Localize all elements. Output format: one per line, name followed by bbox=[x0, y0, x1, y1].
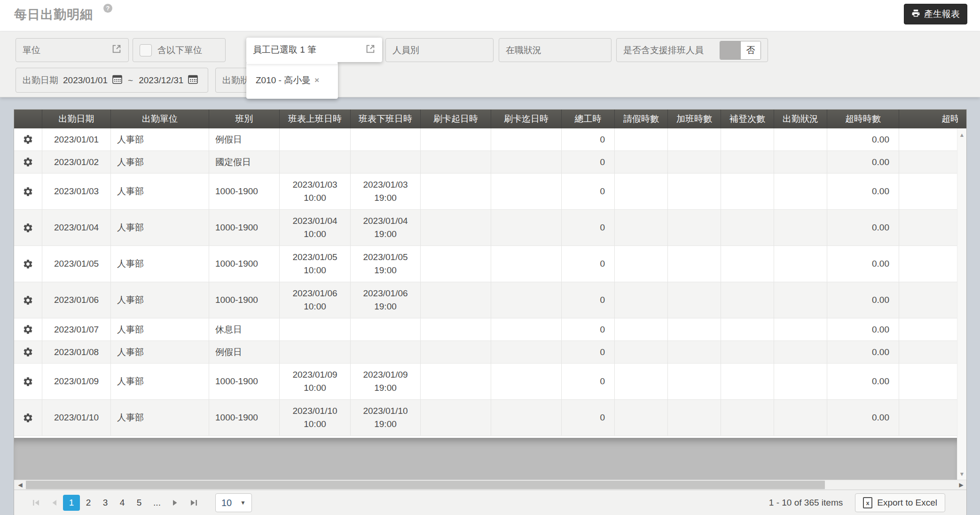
page-button[interactable]: 4 bbox=[114, 495, 131, 511]
date-to-value[interactable]: 2023/12/31 bbox=[139, 75, 183, 86]
horizontal-scroll-thumb[interactable] bbox=[26, 481, 825, 489]
cell-shift: 1000-1900 bbox=[209, 282, 280, 318]
export-to-excel-button[interactable]: x Export to Excel bbox=[855, 493, 945, 512]
cell-extra bbox=[899, 174, 957, 209]
column-header-label: 出勤單位 bbox=[142, 113, 178, 125]
row-settings-gear-icon[interactable] bbox=[14, 412, 42, 423]
column-header-13[interactable]: 超時時數 bbox=[827, 110, 899, 128]
employment-status-label: 在職狀況 bbox=[506, 44, 541, 56]
column-header-11[interactable]: 補登次數 bbox=[721, 110, 774, 128]
cell-schedule-in bbox=[280, 151, 351, 173]
row-settings-gear-icon[interactable] bbox=[14, 186, 42, 197]
row-settings-gear-icon[interactable] bbox=[14, 222, 42, 233]
cell-date: 2023/01/05 bbox=[42, 246, 111, 282]
row-settings-gear-icon[interactable] bbox=[14, 259, 42, 269]
table-row: 2023/01/04人事部1000-19002023/01/0410:00202… bbox=[14, 210, 957, 246]
cell-unit: 人事部 bbox=[111, 400, 209, 436]
date-from-value[interactable]: 2023/01/01 bbox=[63, 75, 108, 86]
scroll-down-arrow-icon[interactable]: ▼ bbox=[957, 469, 966, 479]
cell-punch-out bbox=[491, 128, 562, 151]
page-button-active[interactable]: 1 bbox=[63, 495, 80, 511]
cell-attendance-status bbox=[774, 400, 827, 436]
cell-punch-in bbox=[421, 364, 491, 399]
vertical-scrollbar[interactable]: ▲ ▼ bbox=[957, 128, 966, 480]
attendance-date-label: 出勤日期 bbox=[23, 74, 58, 87]
column-header-14[interactable]: 超時 bbox=[899, 110, 966, 128]
generate-report-button[interactable]: 產生報表 bbox=[904, 4, 967, 24]
more-pages-button[interactable]: ... bbox=[148, 498, 166, 508]
page-size-dropdown[interactable]: 10 ▼ bbox=[215, 493, 252, 512]
page-button[interactable]: 3 bbox=[97, 495, 114, 511]
row-settings-gear-icon[interactable] bbox=[14, 324, 42, 335]
column-header-4[interactable]: 班表上班日時 bbox=[280, 110, 351, 128]
cell-punch-out bbox=[491, 400, 562, 436]
scroll-right-arrow-icon[interactable]: ▶ bbox=[956, 480, 966, 490]
help-icon[interactable]: ? bbox=[103, 4, 112, 13]
grid-empty-filler bbox=[14, 438, 957, 480]
next-page-button[interactable] bbox=[166, 495, 184, 511]
column-header-2[interactable]: 出勤單位 bbox=[111, 110, 209, 128]
export-to-excel-label: Export to Excel bbox=[877, 498, 937, 508]
page-button[interactable]: 5 bbox=[131, 495, 148, 511]
column-header-5[interactable]: 班表下班日時 bbox=[351, 110, 421, 128]
previous-page-button[interactable] bbox=[45, 495, 63, 511]
cell-total-hours: 0 bbox=[562, 282, 615, 318]
row-settings-gear-icon[interactable] bbox=[14, 295, 42, 306]
page-button[interactable]: 2 bbox=[80, 495, 97, 511]
table-row: 2023/01/03人事部1000-19002023/01/0310:00202… bbox=[14, 174, 957, 210]
grid-body: 2023/01/01人事部例假日00.002023/01/02人事部國定假日00… bbox=[14, 128, 957, 436]
column-header-label: 班表上班日時 bbox=[288, 113, 342, 125]
row-settings-gear-icon[interactable] bbox=[14, 157, 42, 167]
cell-extra bbox=[899, 128, 957, 151]
cell-makeup-count bbox=[721, 282, 774, 318]
person-type-filter[interactable]: 人員別 bbox=[385, 38, 494, 62]
calendar-icon-from[interactable] bbox=[112, 74, 122, 87]
employee-picker-icon[interactable] bbox=[365, 44, 376, 56]
unit-filter[interactable]: 單位 bbox=[16, 38, 129, 62]
include-sub-units-checkbox[interactable] bbox=[140, 44, 152, 56]
column-header-10[interactable]: 加班時數 bbox=[668, 110, 721, 128]
row-settings-gear-icon[interactable] bbox=[14, 376, 42, 387]
cell-overtime-hours: 0.00 bbox=[827, 210, 899, 246]
cell-overtime-worked bbox=[668, 151, 721, 173]
cell-unit: 人事部 bbox=[111, 246, 209, 282]
unit-picker-icon[interactable] bbox=[111, 44, 122, 56]
support-shift-toggle[interactable]: 否 bbox=[720, 41, 761, 60]
column-header-1[interactable]: 出勤日期 bbox=[42, 110, 111, 128]
top-header-bar: 每日出勤明細 ? 產生報表 bbox=[0, 0, 980, 31]
column-header-8[interactable]: 總工時 bbox=[562, 110, 615, 128]
cell-overtime-worked bbox=[668, 341, 721, 363]
cell-total-hours: 0 bbox=[562, 400, 615, 436]
scroll-left-arrow-icon[interactable]: ◀ bbox=[15, 480, 25, 490]
horizontal-scrollbar[interactable]: ◀ ▶ bbox=[14, 480, 966, 490]
column-header-3[interactable]: 班別 bbox=[209, 110, 280, 128]
cell-punch-out bbox=[491, 341, 562, 363]
chip-remove-icon[interactable]: × bbox=[314, 76, 319, 85]
column-header-label: 班別 bbox=[235, 113, 253, 125]
cell-overtime-hours: 0.00 bbox=[827, 364, 899, 399]
cell-shift: 例假日 bbox=[209, 128, 280, 151]
toggle-off-side bbox=[720, 41, 740, 59]
row-settings-gear-icon[interactable] bbox=[14, 134, 42, 145]
cell-date: 2023/01/07 bbox=[42, 318, 111, 341]
employment-status-filter[interactable]: 在職狀況 bbox=[499, 38, 612, 62]
column-header-label: 出勤狀況 bbox=[783, 113, 818, 125]
column-header-0[interactable] bbox=[14, 110, 42, 128]
cell-settings bbox=[14, 151, 42, 173]
cell-shift: 休息日 bbox=[209, 318, 280, 341]
employee-selected-box[interactable]: 員工已選取 1 筆 bbox=[246, 38, 382, 62]
cell-total-hours: 0 bbox=[562, 174, 615, 209]
cell-total-hours: 0 bbox=[562, 364, 615, 399]
cell-schedule-out bbox=[351, 151, 421, 173]
cell-punch-out bbox=[491, 282, 562, 318]
column-header-6[interactable]: 刷卡起日時 bbox=[421, 110, 491, 128]
first-page-button[interactable] bbox=[27, 495, 45, 511]
column-header-7[interactable]: 刷卡迄日時 bbox=[491, 110, 562, 128]
row-settings-gear-icon[interactable] bbox=[14, 347, 42, 357]
calendar-icon-to[interactable] bbox=[188, 74, 198, 87]
cell-schedule-out bbox=[351, 318, 421, 341]
column-header-12[interactable]: 出勤狀況 bbox=[774, 110, 827, 128]
last-page-button[interactable] bbox=[184, 495, 202, 511]
scroll-up-arrow-icon[interactable]: ▲ bbox=[957, 130, 966, 140]
column-header-9[interactable]: 請假時數 bbox=[615, 110, 668, 128]
